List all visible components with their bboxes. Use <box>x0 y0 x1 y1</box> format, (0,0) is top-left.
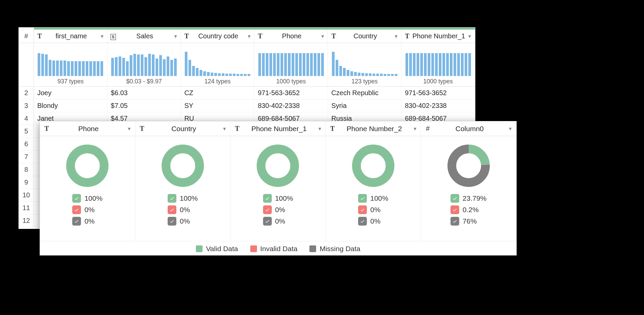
legend-valid: Valid Data <box>196 245 238 253</box>
histogram-bar <box>222 73 224 76</box>
histogram-bar <box>284 53 287 76</box>
column-label: Phone Number_2 <box>339 125 410 133</box>
column-header[interactable]: TCountry▼ <box>328 30 401 43</box>
histogram-bar <box>137 54 140 76</box>
chevron-down-icon[interactable]: ▼ <box>127 126 132 131</box>
histogram-bar <box>97 61 99 76</box>
histogram-bar <box>207 72 210 76</box>
histogram-bar <box>240 74 243 76</box>
histogram-bar <box>100 61 103 76</box>
histogram-bar <box>435 53 438 76</box>
check-icon <box>72 205 81 214</box>
cell[interactable]: 830-402-2338 <box>254 100 328 112</box>
cell[interactable]: Joey <box>34 87 108 99</box>
quality-column-header[interactable]: TCountry▼ <box>135 121 231 136</box>
stat-missing-value: 0% <box>370 217 380 225</box>
row-number: 9 <box>19 176 34 189</box>
column-header[interactable]: SSales▼ <box>108 30 181 43</box>
chevron-down-icon[interactable]: ▼ <box>394 34 398 39</box>
histogram-bar <box>133 54 136 76</box>
quality-stats: 100%0%0% <box>358 194 388 226</box>
cell[interactable]: 971-563-3652 <box>254 87 328 99</box>
histogram-bar <box>188 60 191 76</box>
chevron-down-icon[interactable]: ▼ <box>467 34 472 39</box>
quality-cell: 100%0%0% <box>230 136 326 241</box>
column-label: Phone <box>265 32 318 40</box>
quality-column-header[interactable]: #Column0▼ <box>421 121 516 136</box>
histogram-bar <box>361 73 364 76</box>
histogram-bar <box>281 53 283 76</box>
chevron-down-icon[interactable]: ▼ <box>317 126 322 131</box>
cell[interactable]: $7.05 <box>108 100 181 112</box>
histogram-bar <box>52 61 55 76</box>
histogram-cell[interactable]: 124 types <box>181 43 255 86</box>
quality-stats: 100%0%0% <box>72 194 102 226</box>
column-header[interactable]: TPhone▼ <box>254 30 328 43</box>
stat-valid: 100% <box>358 194 388 203</box>
column-header[interactable]: TCountry code▼ <box>181 30 255 43</box>
donut-chart <box>445 142 492 189</box>
table-row[interactable]: 2Joey$6.03CZ971-563-3652Czech Republic97… <box>19 87 475 100</box>
chevron-down-icon[interactable]: ▼ <box>173 34 178 39</box>
cell[interactable]: 971-563-3652 <box>401 87 475 99</box>
column-label: Phone Number_1 <box>412 32 465 40</box>
donut-segment-valid <box>261 149 295 183</box>
histogram-bar <box>384 74 386 76</box>
row-number: 4 <box>19 112 34 125</box>
check-icon <box>263 217 272 226</box>
row-number: 10 <box>19 189 34 201</box>
chevron-down-icon[interactable]: ▼ <box>222 126 227 131</box>
cell[interactable]: Czech Republic <box>328 87 401 99</box>
stat-invalid: 0% <box>168 205 190 214</box>
histogram-bar <box>159 55 162 76</box>
quality-column-header[interactable]: TPhone▼ <box>40 121 135 136</box>
type-icon: S <box>110 32 116 40</box>
cell[interactable]: CZ <box>181 87 255 99</box>
histogram-bar <box>49 60 51 76</box>
check-icon <box>168 194 176 203</box>
histogram-cell[interactable]: $0.03 - $9.97 <box>108 43 181 86</box>
table-row[interactable]: 3Blondy$7.05SY830-402-2338Syria830-402-2… <box>19 100 475 112</box>
histogram-bar <box>431 53 434 76</box>
row-number: 3 <box>19 100 34 112</box>
histogram-cell[interactable]: 1000 types <box>254 43 328 86</box>
chevron-down-icon[interactable]: ▼ <box>320 34 325 39</box>
stat-valid: 100% <box>263 194 293 203</box>
histogram-bar <box>122 58 125 76</box>
stat-valid-value: 100% <box>180 194 198 202</box>
check-icon <box>450 217 459 226</box>
histogram-cell[interactable]: 123 types <box>328 43 401 86</box>
quality-column-header[interactable]: TPhone Number_2▼ <box>326 121 421 136</box>
type-icon: # <box>424 125 431 132</box>
type-icon: T <box>329 125 336 132</box>
cell[interactable]: $6.03 <box>108 87 181 99</box>
histogram-bar <box>454 53 456 76</box>
chevron-down-icon[interactable]: ▼ <box>247 34 252 39</box>
column-label: Phone Number_1 <box>243 125 315 133</box>
quality-column-header[interactable]: TPhone Number_1▼ <box>230 121 326 136</box>
histogram-label: 1000 types <box>276 78 306 85</box>
chevron-down-icon[interactable]: ▼ <box>413 126 418 131</box>
column-header[interactable]: TPhone Number_1▼ <box>401 30 475 43</box>
histogram-bar <box>277 53 280 76</box>
row-number: 7 <box>19 151 34 163</box>
histogram-cell[interactable]: 937 types <box>34 43 108 86</box>
histogram-bar <box>387 74 390 76</box>
stat-invalid: 0.2% <box>450 205 479 214</box>
histogram-bar <box>317 53 320 76</box>
column-header[interactable]: Tfirst_name▼ <box>34 30 108 43</box>
donut-segment-valid <box>71 149 104 183</box>
cell[interactable]: 830-402-2338 <box>401 100 475 112</box>
histogram-bar <box>170 60 173 76</box>
type-icon: T <box>139 125 145 132</box>
stat-missing-value: 0% <box>180 217 190 225</box>
chevron-down-icon[interactable]: ▼ <box>508 126 513 131</box>
cell[interactable]: Blondy <box>34 100 108 112</box>
cell[interactable]: Syria <box>328 100 401 112</box>
stat-missing: 0% <box>263 217 285 226</box>
histogram-cell[interactable]: 1000 types <box>401 43 475 86</box>
stat-missing-value: 0% <box>84 217 94 225</box>
chevron-down-icon[interactable]: ▼ <box>100 34 104 39</box>
cell[interactable]: SY <box>181 100 255 112</box>
row-number: 11 <box>19 202 34 214</box>
